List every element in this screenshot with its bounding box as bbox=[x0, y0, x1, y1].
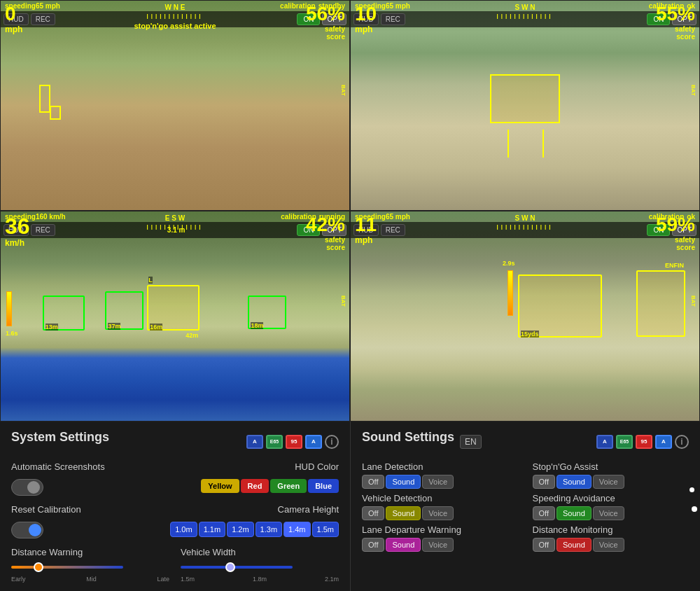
speeding-off-btn[interactable]: Off bbox=[533, 506, 555, 520]
lane-sound-btn[interactable]: Sound bbox=[386, 475, 421, 489]
lane-detection-buttons: Off Sound Voice bbox=[362, 475, 519, 489]
departure-voice-btn[interactable]: Voice bbox=[422, 538, 454, 552]
camera-panel-4: 11 mph S W N ||||||||||||| 59% safety sc… bbox=[350, 211, 700, 422]
auto-screenshots-row: Automatic Screenshots HUD Color bbox=[11, 461, 339, 472]
distance-warning-slider[interactable] bbox=[11, 560, 123, 574]
sound-i95-icon: 95 bbox=[636, 435, 652, 449]
speeding-dot bbox=[690, 487, 694, 492]
info-icon[interactable]: i bbox=[325, 435, 339, 449]
cam2-lane-right bbox=[542, 130, 544, 158]
system-settings-title-row: System Settings A E65 95 A i bbox=[11, 430, 339, 453]
reset-calibration-toggle[interactable] bbox=[11, 522, 43, 538]
cam2-rec-button[interactable]: REC bbox=[381, 13, 405, 25]
cam3-bat: BAT bbox=[340, 296, 346, 307]
slider-thumb-2 bbox=[225, 562, 235, 572]
cam4-bat: BAT bbox=[690, 296, 696, 307]
distance-warning-label: Distance Warning bbox=[11, 547, 169, 557]
system-settings-icons: A E65 95 A i bbox=[246, 435, 339, 449]
toggle-knob-2 bbox=[29, 524, 41, 536]
departure-off-btn[interactable]: Off bbox=[362, 538, 384, 552]
lane-voice-btn[interactable]: Voice bbox=[422, 475, 454, 489]
main-grid: 0 mph W N E ||||||||||||| stop'n'go assi… bbox=[0, 0, 700, 591]
hud-color-buttons: Yellow Red Green Blue bbox=[201, 479, 339, 493]
reset-cal-controls: 1.0m 1.1m 1.2m 1.3m 1.4m 1.5m bbox=[11, 522, 339, 538]
lang-badge[interactable]: EN bbox=[460, 435, 482, 449]
cam3-detect-4: 18m bbox=[248, 296, 286, 329]
sound-road-a-icon: A bbox=[655, 435, 672, 449]
height-1.5[interactable]: 1.5m bbox=[312, 522, 339, 537]
cam3-dist-3b: 42m bbox=[186, 332, 198, 339]
cam3-rec-button[interactable]: REC bbox=[31, 224, 55, 236]
toggle-knob-1 bbox=[27, 481, 40, 494]
slider-track-2 bbox=[181, 566, 293, 569]
speeding-sound-btn[interactable]: Sound bbox=[556, 506, 592, 520]
vehicle-voice-btn[interactable]: Voice bbox=[422, 506, 454, 520]
cam4-detect-main: 15yds bbox=[518, 274, 602, 338]
cam2-lane-left bbox=[507, 130, 509, 158]
distance-slider-labels: Early Mid Late bbox=[11, 576, 169, 583]
vehicle-width-label: Vehicle Width bbox=[181, 547, 339, 557]
distance-monitoring-label: Distance Monitoring bbox=[533, 524, 690, 535]
cam1-speed: 0 mph bbox=[5, 4, 22, 34]
slider-thumb-1 bbox=[34, 562, 43, 572]
cam3-compass: E S W ||||||||||||| bbox=[146, 214, 203, 230]
height-1.0[interactable]: 1.0m bbox=[170, 522, 197, 537]
distance-warning-section: Distance Warning Early Mid Late bbox=[11, 547, 169, 583]
sound-settings-title: Sound Settings bbox=[362, 430, 454, 445]
cam1-rec-button[interactable]: REC bbox=[31, 13, 55, 25]
hud-color-blue[interactable]: Blue bbox=[308, 479, 339, 493]
cam3-dist-2: 37m bbox=[108, 323, 120, 330]
sound-settings-panel: Sound Settings EN A E65 95 A i Lane Dete… bbox=[350, 422, 700, 591]
cam1-compass: W N E ||||||||||||| bbox=[146, 4, 203, 19]
sound-highway-icon: A bbox=[596, 435, 613, 449]
stopngo-label: Stop'n'Go Assist bbox=[533, 461, 690, 472]
stopngo-off-btn[interactable]: Off bbox=[533, 475, 555, 489]
i95-icon: 95 bbox=[286, 435, 302, 449]
cam2-vehicle-detect bbox=[490, 74, 560, 123]
distance-voice-btn[interactable]: Voice bbox=[593, 538, 624, 552]
cam1-lane-marker2 bbox=[50, 106, 61, 120]
distance-off-btn[interactable]: Off bbox=[533, 538, 555, 552]
lane-departure-label: Lane Departure Warning bbox=[362, 524, 519, 535]
hud-color-yellow[interactable]: Yellow bbox=[201, 479, 239, 493]
cam4-safety: 59% safety score bbox=[656, 214, 695, 251]
stopngo-voice-btn[interactable]: Voice bbox=[593, 475, 624, 489]
cam2-hud: 10 mph S W N ||||||||||||| 55% safety sc… bbox=[351, 1, 699, 210]
cam2-speed: 10 mph bbox=[355, 4, 377, 34]
cam4-time-val: 2.9s bbox=[503, 260, 515, 267]
camera-height-label: Camera Height bbox=[278, 504, 339, 515]
lane-off-btn[interactable]: Off bbox=[362, 475, 384, 489]
camera-height-btn-group: 1.0m 1.1m 1.2m 1.3m 1.4m 1.5m bbox=[170, 522, 339, 537]
vehicle-width-section: Vehicle Width 1.5m 1.8m 2.1m bbox=[181, 547, 339, 583]
height-1.1[interactable]: 1.1m bbox=[199, 522, 225, 537]
speeding-avoidance-label: Speeding Avoidance bbox=[533, 493, 690, 503]
lane-departure-row: Lane Departure Warning Off Sound Voice D… bbox=[362, 524, 689, 552]
distance-sound-btn[interactable]: Sound bbox=[556, 538, 592, 552]
cam4-rec-button[interactable]: REC bbox=[381, 224, 405, 236]
auto-screenshots-toggle[interactable] bbox=[11, 479, 43, 496]
cam3-dist-4: 18m bbox=[251, 322, 263, 329]
cam3-hud: 36 km/h E S W ||||||||||||| 42% safety s… bbox=[1, 211, 349, 421]
height-1.3[interactable]: 1.3m bbox=[255, 522, 282, 537]
departure-sound-btn[interactable]: Sound bbox=[386, 538, 421, 552]
hud-color-green[interactable]: Green bbox=[270, 479, 307, 493]
cam2-safety: 55% safety score bbox=[656, 4, 695, 41]
cam3-detect-2: 37m bbox=[105, 291, 144, 330]
vehicle-width-slider[interactable] bbox=[181, 560, 293, 574]
auto-screenshots-controls: Yellow Red Green Blue bbox=[11, 479, 339, 496]
reset-calibration-label: Reset Calibration bbox=[11, 504, 81, 515]
stopngo-sound-btn[interactable]: Sound bbox=[556, 475, 592, 489]
vehicle-off-btn[interactable]: Off bbox=[362, 506, 384, 520]
sound-info-icon[interactable]: i bbox=[675, 435, 689, 449]
cam3-time-label: 1.6s bbox=[6, 330, 18, 337]
height-1.2[interactable]: 1.2m bbox=[227, 522, 253, 537]
cam1-hud: 0 mph W N E ||||||||||||| stop'n'go assi… bbox=[1, 1, 349, 210]
cam3-detect-1: 13m bbox=[43, 296, 85, 331]
camera-panel-3: 36 km/h E S W ||||||||||||| 42% safety s… bbox=[0, 211, 350, 422]
road-a-icon: A bbox=[305, 435, 322, 449]
vehicle-sound-btn[interactable]: Sound bbox=[386, 506, 421, 520]
cam3-detect-3: 16m L 42m bbox=[147, 285, 200, 331]
speeding-voice-btn[interactable]: Voice bbox=[593, 506, 624, 520]
height-1.4[interactable]: 1.4m bbox=[284, 522, 310, 537]
hud-color-red[interactable]: Red bbox=[241, 479, 270, 493]
